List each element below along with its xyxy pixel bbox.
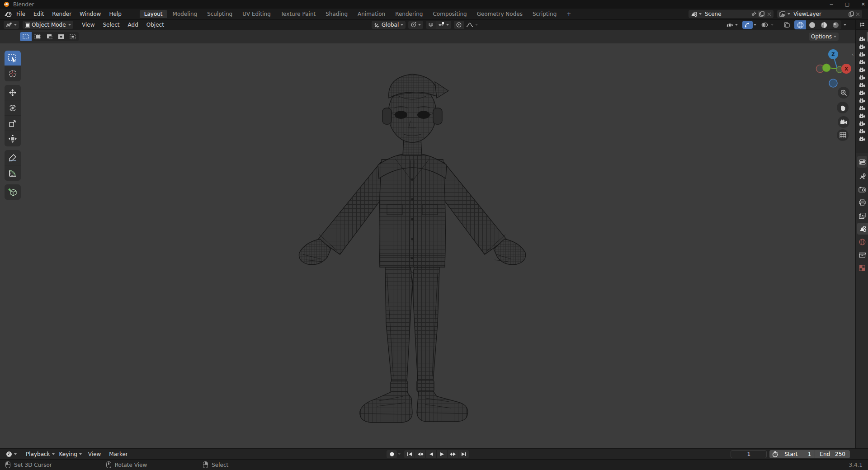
menu-file[interactable]: File <box>12 11 29 17</box>
gizmo-options-caret[interactable] <box>754 24 756 26</box>
play-reverse-button[interactable] <box>426 450 436 458</box>
view-layer-name[interactable]: ViewLayer <box>793 11 847 17</box>
zoom-button[interactable] <box>838 87 849 99</box>
transform-orientation-selector[interactable]: Global <box>372 21 406 29</box>
object-visibility-selector[interactable] <box>724 21 740 29</box>
shading-material-button[interactable] <box>818 20 830 29</box>
render-visibility-camera-icon[interactable] <box>856 66 868 74</box>
blender-menu-logo-icon[interactable] <box>5 11 12 18</box>
properties-tab-world[interactable] <box>856 236 868 248</box>
tool-move[interactable] <box>5 85 21 100</box>
new-view-layer-icon[interactable] <box>849 11 854 17</box>
tool-scale[interactable] <box>5 116 21 131</box>
wireframe-character-model[interactable] <box>267 70 565 432</box>
properties-tab-render[interactable] <box>856 183 868 195</box>
properties-tab-output[interactable] <box>856 197 868 208</box>
properties-tab-scene[interactable] <box>857 223 868 235</box>
vp-menu-add[interactable]: Add <box>124 22 142 28</box>
overlays-options-caret[interactable] <box>771 24 774 26</box>
stopwatch-icon[interactable] <box>769 451 781 457</box>
properties-tab-object[interactable] <box>856 249 868 261</box>
unlink-scene-icon[interactable] <box>767 12 771 16</box>
camera-view-button[interactable] <box>838 116 849 128</box>
close-button[interactable]: ✕ <box>861 1 865 7</box>
scene-icon[interactable] <box>691 11 697 17</box>
workspace-tab-compositing[interactable]: Compositing <box>428 10 471 18</box>
next-keyframe-button[interactable] <box>448 450 458 458</box>
view-layer-icon[interactable] <box>779 11 786 17</box>
render-visibility-camera-icon[interactable] <box>856 74 868 81</box>
remove-view-layer-icon[interactable] <box>856 12 860 16</box>
current-frame-field[interactable]: 1 <box>731 450 767 458</box>
select-mode-set[interactable] <box>20 32 32 41</box>
maximize-button[interactable]: ▢ <box>844 1 849 7</box>
render-visibility-camera-icon[interactable] <box>856 120 868 127</box>
workspace-tab-rendering[interactable]: Rendering <box>391 10 427 18</box>
properties-tab-tool[interactable] <box>856 170 868 182</box>
render-visibility-camera-icon[interactable] <box>856 104 868 112</box>
start-frame-field[interactable]: Start 1 <box>781 451 815 457</box>
view-layer-browse-caret[interactable] <box>788 13 790 15</box>
show-overlays-toggle[interactable] <box>759 21 770 29</box>
menu-help[interactable]: Help <box>105 11 125 17</box>
menu-edit[interactable]: Edit <box>29 11 48 17</box>
render-visibility-camera-icon[interactable] <box>856 35 868 43</box>
jump-to-end-button[interactable] <box>458 450 469 458</box>
scene-name[interactable]: Scene <box>705 11 749 17</box>
editor-type-button[interactable] <box>4 21 19 29</box>
workspace-tab-modeling[interactable]: Modeling <box>168 10 202 18</box>
render-visibility-camera-icon[interactable] <box>856 58 868 66</box>
properties-tab-view-layer[interactable] <box>856 210 868 221</box>
render-visibility-camera-icon[interactable] <box>856 135 868 143</box>
workspace-tab-texture-paint[interactable]: Texture Paint <box>276 10 320 18</box>
select-mode-intersect[interactable] <box>67 32 79 41</box>
properties-tab-texture[interactable] <box>856 262 868 274</box>
tool-measure[interactable] <box>5 165 21 181</box>
menu-render[interactable]: Render <box>48 11 75 17</box>
outliner-expand-arrow[interactable]: ‹ <box>852 52 854 57</box>
workspace-tab-layout[interactable]: Layout <box>140 10 167 18</box>
tool-add-cube[interactable] <box>5 184 21 200</box>
render-visibility-camera-icon[interactable] <box>856 43 868 51</box>
render-visibility-camera-icon[interactable] <box>856 127 868 135</box>
previous-keyframe-button[interactable] <box>415 450 425 458</box>
shading-options-caret[interactable] <box>844 24 846 26</box>
snap-with-selector[interactable] <box>436 21 451 29</box>
workspace-tab-uv-editing[interactable]: UV Editing <box>238 10 275 18</box>
playback-menu[interactable]: Playback <box>24 450 57 458</box>
end-frame-field[interactable]: End 250 <box>815 451 850 457</box>
select-mode-extend[interactable] <box>32 32 43 41</box>
scene-browse-caret[interactable] <box>699 13 702 15</box>
tool-transform[interactable] <box>5 131 21 146</box>
options-button[interactable]: Options <box>809 33 839 41</box>
workspace-tab-shading[interactable]: Shading <box>321 10 352 18</box>
xray-toggle[interactable] <box>782 21 792 29</box>
workspace-tab-sculpting[interactable]: Sculpting <box>203 10 237 18</box>
add-workspace-button[interactable]: + <box>562 10 576 18</box>
new-scene-icon[interactable] <box>758 11 765 17</box>
tool-cursor[interactable] <box>5 66 21 81</box>
proportional-falloff-selector[interactable] <box>464 21 480 29</box>
tool-rotate[interactable] <box>5 100 21 116</box>
render-visibility-camera-icon[interactable] <box>856 112 868 120</box>
timeline-menu-view[interactable]: View <box>84 451 105 457</box>
show-gizmo-toggle[interactable] <box>742 21 753 29</box>
proportional-editing-toggle[interactable] <box>454 21 464 29</box>
auto-keying-record-button[interactable] <box>387 450 397 458</box>
minimize-button[interactable]: ─ <box>830 1 833 7</box>
timeline-editor-button[interactable] <box>4 450 19 458</box>
snap-toggle[interactable] <box>426 21 436 29</box>
render-visibility-camera-icon[interactable] <box>856 89 868 97</box>
vp-menu-object[interactable]: Object <box>142 22 168 28</box>
select-mode-invert[interactable] <box>55 32 67 41</box>
select-mode-subtract[interactable] <box>43 32 55 41</box>
viewport-3d[interactable]: Z X ‹ <box>0 43 855 448</box>
vp-menu-select[interactable]: Select <box>99 22 123 28</box>
vp-menu-view[interactable]: View <box>78 22 99 28</box>
timeline-menu-marker[interactable]: Marker <box>105 451 132 457</box>
shading-solid-button[interactable] <box>806 20 818 29</box>
render-visibility-camera-icon[interactable] <box>856 97 868 104</box>
outliner-header[interactable] <box>856 20 868 30</box>
pin-icon[interactable] <box>751 11 756 17</box>
pivot-point-selector[interactable] <box>408 21 423 29</box>
